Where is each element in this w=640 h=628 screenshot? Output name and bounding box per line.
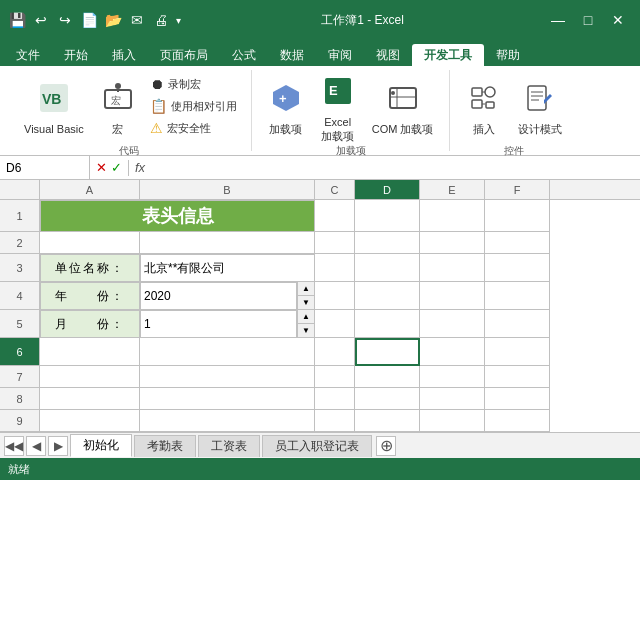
row-header-4[interactable]: 4 (0, 282, 40, 310)
row-header-3[interactable]: 3 (0, 254, 40, 282)
cell-a4[interactable]: 年 份： (40, 282, 140, 310)
cell-b5[interactable]: 1 (140, 310, 297, 338)
fx-icon[interactable]: fx (135, 160, 145, 175)
row-header-8[interactable]: 8 (0, 388, 40, 410)
tab-data[interactable]: 数据 (268, 44, 316, 66)
month-spinner[interactable]: ▲ ▼ (297, 310, 315, 338)
cell-b7[interactable] (140, 366, 315, 388)
design-mode-button[interactable]: 设计模式 (512, 74, 568, 144)
undo-icon[interactable]: ↩ (32, 11, 50, 29)
month-down-arrow[interactable]: ▼ (298, 324, 314, 337)
cell-c2[interactable] (315, 232, 355, 254)
year-up-arrow[interactable]: ▲ (298, 282, 314, 296)
cell-a5[interactable]: 月 份： (40, 310, 140, 338)
cell-d8[interactable] (355, 388, 420, 410)
tab-formulas[interactable]: 公式 (220, 44, 268, 66)
cell-f2[interactable] (485, 232, 550, 254)
cell-e1[interactable] (420, 200, 485, 232)
tab-view[interactable]: 视图 (364, 44, 412, 66)
redo-icon[interactable]: ↪ (56, 11, 74, 29)
cell-a7[interactable] (40, 366, 140, 388)
add-sheet-button[interactable]: ⊕ (376, 436, 396, 456)
sheet-tab-initialize[interactable]: 初始化 (70, 434, 132, 457)
col-header-e[interactable]: E (420, 180, 485, 199)
com-addins-button[interactable]: COM 加载项 (366, 74, 440, 144)
tab-home[interactable]: 开始 (52, 44, 100, 66)
cell-f5[interactable] (485, 310, 550, 338)
cell-d9[interactable] (355, 410, 420, 432)
row-header-2[interactable]: 2 (0, 232, 40, 254)
cell-f3[interactable] (485, 254, 550, 282)
cell-c4[interactable] (315, 282, 355, 310)
cell-f7[interactable] (485, 366, 550, 388)
row-header-1[interactable]: 1 (0, 200, 40, 232)
cell-c6[interactable] (315, 338, 355, 366)
relative-ref-button[interactable]: 📋 使用相对引用 (146, 96, 241, 116)
confirm-icon[interactable]: ✓ (111, 160, 122, 175)
row-header-9[interactable]: 9 (0, 410, 40, 432)
cell-b8[interactable] (140, 388, 315, 410)
cell-a6[interactable] (40, 338, 140, 366)
record-macro-button[interactable]: ⏺ 录制宏 (146, 74, 241, 94)
tab-page-layout[interactable]: 页面布局 (148, 44, 220, 66)
row-header-7[interactable]: 7 (0, 366, 40, 388)
cell-f6[interactable] (485, 338, 550, 366)
cell-d7[interactable] (355, 366, 420, 388)
cell-a1-b1-merged[interactable]: 表头信息 (40, 200, 315, 232)
cell-d6[interactable] (355, 338, 420, 366)
cell-c7[interactable] (315, 366, 355, 388)
cell-c1[interactable] (315, 200, 355, 232)
cell-c9[interactable] (315, 410, 355, 432)
name-box[interactable]: D6 (0, 156, 90, 179)
cell-c3[interactable] (315, 254, 355, 282)
macro-security-button[interactable]: ⚠ 宏安全性 (146, 118, 241, 138)
cell-d3[interactable] (355, 254, 420, 282)
sheet-nav-first[interactable]: ◀◀ (4, 436, 24, 456)
cell-f8[interactable] (485, 388, 550, 410)
cancel-icon[interactable]: ✕ (96, 160, 107, 175)
cell-d5[interactable] (355, 310, 420, 338)
year-spinner[interactable]: ▲ ▼ (297, 282, 315, 310)
cell-d4[interactable] (355, 282, 420, 310)
sheet-nav-next[interactable]: ▶ (48, 436, 68, 456)
cell-b6[interactable] (140, 338, 315, 366)
col-header-f[interactable]: F (485, 180, 550, 199)
close-button[interactable]: ✕ (604, 6, 632, 34)
tab-developer[interactable]: 开发工具 (412, 44, 484, 66)
cell-b2[interactable] (140, 232, 315, 254)
col-header-b[interactable]: B (140, 180, 315, 199)
cell-f9[interactable] (485, 410, 550, 432)
cell-a8[interactable] (40, 388, 140, 410)
cell-b4[interactable]: 2020 (140, 282, 297, 310)
sheet-tab-employee[interactable]: 员工入职登记表 (262, 435, 372, 457)
excel-addins-button[interactable]: E Excel 加载项 (314, 74, 362, 144)
tab-review[interactable]: 审阅 (316, 44, 364, 66)
year-down-arrow[interactable]: ▼ (298, 296, 314, 309)
col-header-c[interactable]: C (315, 180, 355, 199)
cell-e8[interactable] (420, 388, 485, 410)
cell-e4[interactable] (420, 282, 485, 310)
cell-a9[interactable] (40, 410, 140, 432)
col-header-a[interactable]: A (40, 180, 140, 199)
open-icon[interactable]: 📂 (104, 11, 122, 29)
cell-c8[interactable] (315, 388, 355, 410)
cell-d2[interactable] (355, 232, 420, 254)
cell-c5[interactable] (315, 310, 355, 338)
cell-b9[interactable] (140, 410, 315, 432)
tab-file[interactable]: 文件 (4, 44, 52, 66)
row-header-6[interactable]: 6 (0, 338, 40, 366)
restore-button[interactable]: □ (574, 6, 602, 34)
cell-a3[interactable]: 单位名称： (40, 254, 140, 282)
cell-e2[interactable] (420, 232, 485, 254)
email-icon[interactable]: ✉ (128, 11, 146, 29)
sheet-nav-prev[interactable]: ◀ (26, 436, 46, 456)
cell-f1[interactable] (485, 200, 550, 232)
col-header-d[interactable]: D (355, 180, 420, 199)
vba-button[interactable]: VB Visual Basic (18, 74, 90, 144)
tab-help[interactable]: 帮助 (484, 44, 532, 66)
cell-d1[interactable] (355, 200, 420, 232)
sheet-tab-salary[interactable]: 工资表 (198, 435, 260, 457)
row-header-5[interactable]: 5 (0, 310, 40, 338)
formula-input[interactable] (151, 156, 640, 179)
insert-control-button[interactable]: 插入 (460, 74, 508, 144)
